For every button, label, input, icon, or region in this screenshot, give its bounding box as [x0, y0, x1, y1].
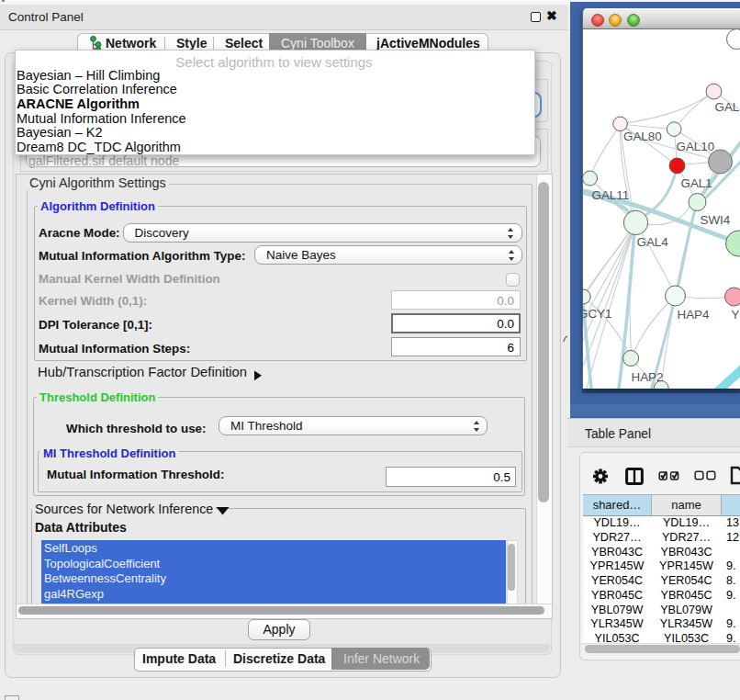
svg-text:HAP2: HAP2 — [632, 370, 664, 384]
svg-text:SWI4: SWI4 — [701, 213, 731, 227]
svg-text:GCY1: GCY1 — [583, 307, 611, 321]
svg-text:GAL1: GAL1 — [681, 176, 712, 190]
svg-text:HAP4: HAP4 — [678, 308, 711, 322]
svg-text:GAL4: GAL4 — [637, 235, 669, 249]
svg-text:GAL11: GAL11 — [592, 188, 630, 202]
svg-text:GAL80: GAL80 — [623, 130, 662, 143]
svg-text:Y: Y — [732, 308, 740, 322]
svg-text:GAL: GAL — [715, 100, 740, 114]
svg-text:GAL10: GAL10 — [677, 140, 715, 153]
